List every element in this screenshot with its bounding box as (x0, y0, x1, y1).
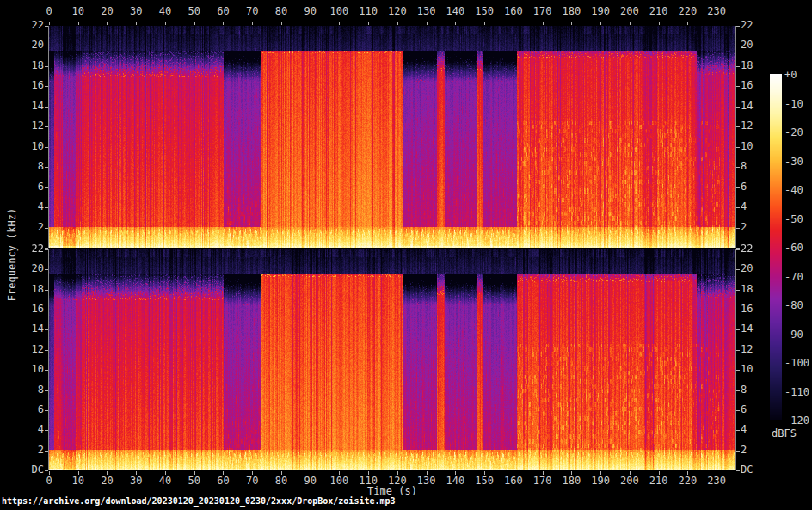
y-tick-left (45, 107, 48, 108)
x-tick-label-bottom: 200 (620, 476, 639, 487)
x-tick-label-bottom: 90 (304, 476, 316, 487)
x-tick-label-top: 60 (217, 6, 229, 17)
y-axis-title: Frequency (kHz) (6, 208, 18, 301)
y-tick-left (45, 370, 48, 371)
x-tick-top (49, 22, 50, 25)
y-tick-left (45, 187, 48, 188)
y-tick-label-left: 22 (18, 243, 44, 255)
spectrogram-panel-channel-1 (48, 26, 736, 248)
x-tick-top (717, 22, 717, 25)
y-tick-right (736, 269, 740, 270)
y-tick-label-right: 4 (741, 424, 747, 435)
y-tick-label-right: 16 (741, 80, 753, 91)
x-tick-label-bottom: 180 (563, 476, 581, 487)
y-tick-right (736, 167, 740, 168)
y-tick-label-left: 14 (18, 323, 44, 335)
x-tick-top (107, 22, 108, 25)
y-tick-right (736, 390, 740, 391)
x-tick-label-top: 120 (388, 6, 407, 17)
colorbar-tick-label: -110 (784, 387, 809, 398)
x-tick-label-top: 50 (188, 6, 200, 17)
x-tick-top (630, 22, 631, 25)
y-tick-right (736, 430, 740, 431)
y-tick-left (45, 390, 48, 391)
y-tick-left (45, 430, 48, 431)
x-tick-top (455, 22, 456, 25)
colorbar-tick-label: -90 (784, 329, 803, 341)
x-tick-top (311, 22, 311, 25)
y-tick-label-left: 6 (18, 181, 44, 193)
colorbar-tick-label: -100 (784, 358, 809, 369)
x-tick-label-top: 90 (304, 6, 316, 17)
colorbar-tick-label: -10 (784, 99, 803, 110)
y-tick-label-left: 16 (18, 304, 44, 315)
y-tick-left (45, 350, 48, 351)
x-tick-label-bottom: 170 (533, 476, 552, 487)
x-tick-label-bottom: 190 (591, 476, 610, 487)
colorbar-tick-label: -30 (784, 157, 803, 168)
x-tick-top (252, 22, 253, 25)
y-tick-right (736, 187, 740, 188)
y-tick-right (736, 228, 740, 229)
x-tick-label-top: 0 (46, 6, 52, 17)
x-tick-label-bottom: 70 (246, 476, 258, 487)
y-tick-label-right: 16 (741, 304, 753, 315)
x-tick-top (600, 22, 601, 25)
y-tick-label-right: 14 (741, 101, 753, 112)
y-tick-label-left-dc: DC (18, 464, 44, 476)
spectrogram-canvas-channel-1 (49, 26, 735, 248)
y-tick-right (736, 410, 740, 411)
colorbar-tick-label: -60 (784, 243, 803, 254)
y-tick-right (736, 290, 740, 291)
y-tick-label-left: 4 (18, 424, 44, 435)
colorbar-tick-label: -70 (784, 272, 803, 283)
y-tick-label-left: 10 (18, 364, 44, 375)
y-tick-label-right: 4 (741, 201, 747, 212)
x-tick-label-top: 160 (504, 6, 523, 17)
x-tick-label-top: 150 (475, 6, 494, 17)
x-tick-top (194, 22, 195, 25)
x-tick-label-bottom: 30 (130, 476, 142, 487)
x-tick-label-top: 140 (446, 6, 465, 17)
y-tick-label-right: 8 (741, 161, 747, 172)
x-axis-title: Time (s) (367, 485, 417, 497)
y-tick-label-left: 12 (18, 120, 44, 132)
x-tick-label-bottom: 160 (504, 476, 523, 487)
x-tick-label-top: 70 (246, 6, 258, 17)
y-tick-label-right: 18 (741, 284, 753, 295)
x-tick-top (136, 22, 137, 25)
y-tick-label-right: 10 (741, 364, 753, 375)
y-tick-left (45, 269, 48, 270)
y-tick-right (736, 207, 740, 208)
x-tick-label-top: 40 (159, 6, 171, 17)
x-tick-top (223, 22, 224, 25)
y-tick-left (45, 410, 48, 411)
y-tick-left (45, 46, 48, 46)
x-tick-label-bottom: 100 (330, 476, 349, 487)
x-tick-top (339, 22, 340, 25)
x-tick-label-bottom: 40 (159, 476, 171, 487)
x-tick-label-bottom: 10 (72, 476, 84, 487)
x-tick-label-top: 170 (533, 6, 552, 17)
x-tick-top (397, 22, 398, 25)
y-tick-label-left: 20 (18, 263, 44, 274)
y-tick-label-left: 10 (18, 141, 44, 152)
x-tick-top (571, 22, 572, 25)
colorbar-unit-label: dBFS (772, 427, 797, 439)
y-tick-right (736, 26, 740, 27)
x-tick-label-bottom: 230 (707, 476, 726, 487)
y-tick-left-dc (45, 248, 48, 249)
x-tick-top (659, 22, 660, 25)
y-tick-right (736, 66, 740, 67)
y-tick-left (45, 228, 48, 229)
y-tick-label-right: 2 (741, 445, 747, 456)
y-tick-label-right: 20 (741, 263, 753, 274)
x-tick-top (543, 22, 544, 25)
x-tick-label-top: 200 (620, 6, 639, 17)
x-tick-top (427, 22, 428, 25)
y-tick-left (45, 26, 48, 27)
x-tick-label-top: 30 (130, 6, 142, 17)
colorbar-tick-label: -40 (784, 185, 803, 196)
y-tick-left-dc (45, 470, 48, 471)
y-tick-left (45, 207, 48, 208)
